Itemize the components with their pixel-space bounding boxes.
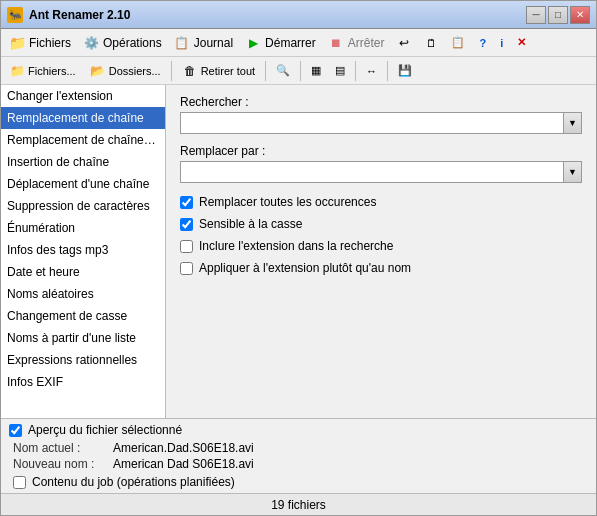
minimize-button[interactable]: ─ (526, 6, 546, 24)
fichiers-btn-icon: 📁 (9, 63, 25, 79)
main-window: 🐜 Ant Renamer 2.10 ─ □ ✕ 📁 Fichiers ⚙️ O… (0, 0, 597, 516)
checkbox-appliquer-extension[interactable] (180, 262, 193, 275)
nom-actuel-row: Nom actuel : American.Dad.S06E18.avi (9, 441, 588, 455)
checkbox-preview[interactable] (9, 424, 22, 437)
op-changer-extension[interactable]: Changer l'extension (1, 85, 165, 107)
demarrer-icon: ▶ (245, 35, 261, 51)
menu-demarrer[interactable]: ▶ Démarrer (239, 31, 322, 55)
toolbar-separator-4 (355, 61, 356, 81)
job-row: Contenu du job (opérations planifiées) (9, 475, 588, 489)
exit-btn[interactable]: ✕ (511, 32, 532, 54)
exit-icon: ✕ (517, 36, 526, 49)
op-remplacement-chaines-mul[interactable]: Remplacement de chaînes mul (1, 129, 165, 151)
grid-btn2[interactable]: ▤ (329, 60, 351, 82)
op-noms-liste[interactable]: Noms à partir d'une liste (1, 327, 165, 349)
menu-fichiers-label: Fichiers (29, 36, 71, 50)
rechercher-label: Rechercher : (180, 95, 582, 109)
menu-demarrer-label: Démarrer (265, 36, 316, 50)
grid-icon1: ▦ (311, 64, 321, 77)
label-inclure-extension[interactable]: Inclure l'extension dans la recherche (199, 239, 393, 253)
nom-actuel-key: Nom actuel : (13, 441, 113, 455)
nouveau-nom-key: Nouveau nom : (13, 457, 113, 471)
toolbar-separator-2 (265, 61, 266, 81)
checkbox-job[interactable] (13, 476, 26, 489)
save-btn[interactable]: 💾 (392, 60, 418, 82)
op-insertion-chaine[interactable]: Insertion de chaîne (1, 151, 165, 173)
op-expressions-rationnelles[interactable]: Expressions rationnelles (1, 349, 165, 371)
remplacer-input[interactable] (180, 161, 564, 183)
checkbox-remplacer-toutes[interactable] (180, 196, 193, 209)
fichiers-btn-label: Fichiers... (28, 65, 76, 77)
preview-label[interactable]: Aperçu du fichier sélectionné (28, 423, 182, 437)
checkbox-sensible-casse[interactable] (180, 218, 193, 231)
label-remplacer-toutes[interactable]: Remplacer toutes les occurences (199, 195, 376, 209)
menu-journal[interactable]: 📋 Journal (168, 31, 239, 55)
info-btn[interactable]: i (494, 32, 509, 54)
remplacer-dropdown-btn[interactable]: ▼ (564, 161, 582, 183)
title-bar: 🐜 Ant Renamer 2.10 ─ □ ✕ (1, 1, 596, 29)
retirer-icon: 🗑 (182, 63, 198, 79)
fichiers-button[interactable]: 📁 Fichiers... (3, 60, 82, 82)
info-icon: i (500, 37, 503, 49)
help-btn[interactable]: ? (473, 32, 492, 54)
rechercher-input[interactable] (180, 112, 564, 134)
rechercher-group: Rechercher : ▼ (180, 95, 582, 134)
grid-btn1[interactable]: ▦ (305, 60, 327, 82)
fichiers-icon: 📁 (9, 35, 25, 51)
toolbar-separator-1 (171, 61, 172, 81)
close-button[interactable]: ✕ (570, 6, 590, 24)
op-date-heure[interactable]: Date et heure (1, 261, 165, 283)
grid-icon2: ▤ (335, 64, 345, 77)
retirer-btn-label: Retirer tout (201, 65, 255, 77)
rechercher-input-row: ▼ (180, 112, 582, 134)
menu-journal-label: Journal (194, 36, 233, 50)
checkbox-inclure-extension[interactable] (180, 240, 193, 253)
op-suppression-caracteres[interactable]: Suppression de caractères (1, 195, 165, 217)
operations-list: Changer l'extension Remplacement de chaî… (1, 85, 166, 418)
job-label[interactable]: Contenu du job (opérations planifiées) (32, 475, 235, 489)
menu-operations[interactable]: ⚙️ Opérations (77, 31, 168, 55)
maximize-button[interactable]: □ (548, 6, 568, 24)
menu-fichiers[interactable]: 📁 Fichiers (3, 31, 77, 55)
dossiers-button[interactable]: 📂 Dossiers... (84, 60, 167, 82)
label-sensible-casse[interactable]: Sensible à la casse (199, 217, 302, 231)
op-remplacement-chaine[interactable]: Remplacement de chaîne (1, 107, 165, 129)
checkbox-row-remplacer-toutes: Remplacer toutes les occurences (180, 195, 582, 209)
dossiers-btn-icon: 📂 (90, 63, 106, 79)
op-infos-tags-mp3[interactable]: Infos des tags mp3 (1, 239, 165, 261)
menu-bar: 📁 Fichiers ⚙️ Opérations 📋 Journal ▶ Dém… (1, 29, 596, 57)
arrow-btn[interactable]: ↔ (360, 60, 383, 82)
status-text: 19 fichiers (271, 498, 326, 512)
window-title: Ant Renamer 2.10 (29, 8, 526, 22)
right-panel: Rechercher : ▼ Remplacer par : ▼ Remplac… (166, 85, 596, 418)
label-appliquer-extension[interactable]: Appliquer à l'extension plutôt qu'au nom (199, 261, 411, 275)
menu-undo[interactable]: ↩ (390, 31, 418, 55)
remplacer-group: Remplacer par : ▼ (180, 144, 582, 183)
arrow-icon: ↔ (366, 65, 377, 77)
rechercher-dropdown-btn[interactable]: ▼ (564, 112, 582, 134)
toolbar-separator-3 (300, 61, 301, 81)
operations-icon: ⚙️ (83, 35, 99, 51)
checkbox-row-appliquer-extension: Appliquer à l'extension plutôt qu'au nom (180, 261, 582, 275)
retirer-tout-button[interactable]: 🗑 Retirer tout (176, 60, 261, 82)
menu-arreter[interactable]: ⏹ Arrêter (322, 31, 391, 55)
op-noms-aleatoires[interactable]: Noms aléatoires (1, 283, 165, 305)
checkbox-row-inclure-extension: Inclure l'extension dans la recherche (180, 239, 582, 253)
help-icon: ? (479, 37, 486, 49)
search-btn[interactable]: 🔍 (270, 60, 296, 82)
op-infos-exif[interactable]: Infos EXIF (1, 371, 165, 393)
copy-icon: 🗒 (426, 37, 437, 49)
save-icon: 💾 (398, 64, 412, 77)
bottom-area: Aperçu du fichier sélectionné Nom actuel… (1, 418, 596, 493)
dossiers-btn-label: Dossiers... (109, 65, 161, 77)
toolbar-separator-5 (387, 61, 388, 81)
paste-icon: 📋 (451, 36, 465, 49)
op-deplacement-chaine[interactable]: Déplacement d'une chaîne (1, 173, 165, 195)
paste-btn[interactable]: 📋 (445, 32, 471, 54)
toolbar: 📁 Fichiers... 📂 Dossiers... 🗑 Retirer to… (1, 57, 596, 85)
op-changement-casse[interactable]: Changement de casse (1, 305, 165, 327)
copy-btn[interactable]: 🗒 (420, 32, 443, 54)
menu-arreter-label: Arrêter (348, 36, 385, 50)
op-enumeration[interactable]: Énumération (1, 217, 165, 239)
menu-operations-label: Opérations (103, 36, 162, 50)
